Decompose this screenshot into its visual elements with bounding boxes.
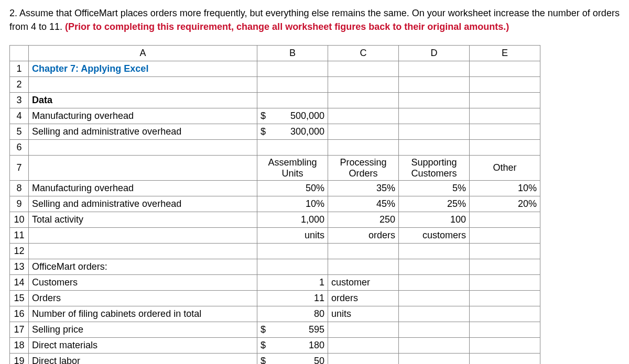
cell-B8[interactable]: 50% <box>257 181 328 196</box>
cell-D5[interactable] <box>399 124 470 140</box>
cell-E17[interactable] <box>470 322 540 338</box>
cell-B10[interactable]: 1,000 <box>257 212 328 228</box>
cell-C4[interactable] <box>328 108 399 124</box>
cell-E8[interactable]: 10% <box>470 181 540 196</box>
cell-A14[interactable]: Customers <box>29 275 257 291</box>
cell-A15[interactable]: Orders <box>29 291 257 306</box>
cell-D14[interactable] <box>399 275 470 291</box>
cell-E18[interactable] <box>470 338 540 354</box>
cell-C8[interactable]: 35% <box>328 181 399 196</box>
cell-B9[interactable]: 10% <box>257 196 328 212</box>
cell-D19[interactable] <box>399 354 470 364</box>
cell-C15[interactable]: orders <box>328 291 399 306</box>
cell-C1[interactable] <box>328 61 399 77</box>
cell-B17-val[interactable]: 595 <box>273 322 328 338</box>
cell-C6[interactable] <box>328 140 399 156</box>
cell-D2[interactable] <box>399 77 470 93</box>
cell-B18-cur[interactable]: $ <box>257 338 273 354</box>
cell-E14[interactable] <box>470 275 540 291</box>
cell-C3[interactable] <box>328 93 399 108</box>
cell-B14[interactable]: 1 <box>257 275 328 291</box>
cell-D9[interactable]: 25% <box>399 196 470 212</box>
cell-E16[interactable] <box>470 306 540 322</box>
cell-B19-cur[interactable]: $ <box>257 354 273 364</box>
cell-D16[interactable] <box>399 306 470 322</box>
cell-A4[interactable]: Manufacturing overhead <box>29 108 257 124</box>
cell-E5[interactable] <box>470 124 540 140</box>
cell-B1[interactable] <box>257 61 328 77</box>
cell-E13[interactable] <box>470 259 540 275</box>
cell-B17-cur[interactable]: $ <box>257 322 273 338</box>
cell-D6[interactable] <box>399 140 470 156</box>
cell-D13[interactable] <box>399 259 470 275</box>
cell-A19[interactable]: Direct labor <box>29 354 257 364</box>
cell-A18[interactable]: Direct materials <box>29 338 257 354</box>
cell-E1[interactable] <box>470 61 540 77</box>
cell-D7[interactable]: Supporting Customers <box>399 156 470 181</box>
cell-C19[interactable] <box>328 354 399 364</box>
cell-E2[interactable] <box>470 77 540 93</box>
cell-B16[interactable]: 80 <box>257 306 328 322</box>
cell-C9[interactable]: 45% <box>328 196 399 212</box>
cell-D11[interactable]: customers <box>399 228 470 244</box>
cell-C12[interactable] <box>328 244 399 259</box>
cell-A10[interactable]: Total activity <box>29 212 257 228</box>
cell-A6[interactable] <box>29 140 257 156</box>
cell-E6[interactable] <box>470 140 540 156</box>
cell-C7[interactable]: Processing Orders <box>328 156 399 181</box>
cell-D3[interactable] <box>399 93 470 108</box>
cell-C2[interactable] <box>328 77 399 93</box>
cell-D17[interactable] <box>399 322 470 338</box>
cell-B13[interactable] <box>257 259 328 275</box>
cell-A1[interactable]: Chapter 7: Applying Excel <box>29 61 257 77</box>
cell-C17[interactable] <box>328 322 399 338</box>
cell-A17[interactable]: Selling price <box>29 322 257 338</box>
cell-B5-cur[interactable]: $ <box>257 124 273 140</box>
cell-E9[interactable]: 20% <box>470 196 540 212</box>
cell-C18[interactable] <box>328 338 399 354</box>
cell-C10[interactable]: 250 <box>328 212 399 228</box>
cell-B19-val[interactable]: 50 <box>273 354 328 364</box>
cell-B5-val[interactable]: 300,000 <box>273 124 328 140</box>
cell-E3[interactable] <box>470 93 540 108</box>
cell-D15[interactable] <box>399 291 470 306</box>
cell-A5[interactable]: Selling and administrative overhead <box>29 124 257 140</box>
cell-B18-val[interactable]: 180 <box>273 338 328 354</box>
cell-E4[interactable] <box>470 108 540 124</box>
cell-C11[interactable]: orders <box>328 228 399 244</box>
cell-E15[interactable] <box>470 291 540 306</box>
cell-B2[interactable] <box>257 77 328 93</box>
cell-E7[interactable]: Other <box>470 156 540 181</box>
cell-D12[interactable] <box>399 244 470 259</box>
cell-C14[interactable]: customer <box>328 275 399 291</box>
cell-A9[interactable]: Selling and administrative overhead <box>29 196 257 212</box>
cell-E11[interactable] <box>470 228 540 244</box>
cell-A3[interactable]: Data <box>29 93 257 108</box>
cell-C16[interactable]: units <box>328 306 399 322</box>
cell-E12[interactable] <box>470 244 540 259</box>
cell-A16[interactable]: Number of filing cabinets ordered in tot… <box>29 306 257 322</box>
cell-C13[interactable] <box>328 259 399 275</box>
cell-B3[interactable] <box>257 93 328 108</box>
cell-D4[interactable] <box>399 108 470 124</box>
cell-E19[interactable] <box>470 354 540 364</box>
cell-B11[interactable]: units <box>257 228 328 244</box>
cell-D8[interactable]: 5% <box>399 181 470 196</box>
cell-D1[interactable] <box>399 61 470 77</box>
cell-D10[interactable]: 100 <box>399 212 470 228</box>
cell-A7[interactable] <box>29 156 257 181</box>
cell-A12[interactable] <box>29 244 257 259</box>
cell-C5[interactable] <box>328 124 399 140</box>
cell-A2[interactable] <box>29 77 257 93</box>
cell-B7[interactable]: Assembling Units <box>257 156 328 181</box>
cell-B4-val[interactable]: 500,000 <box>273 108 328 124</box>
cell-B6[interactable] <box>257 140 328 156</box>
cell-B15[interactable]: 11 <box>257 291 328 306</box>
cell-B12[interactable] <box>257 244 328 259</box>
cell-E10[interactable] <box>470 212 540 228</box>
cell-A13[interactable]: OfficeMart orders: <box>29 259 257 275</box>
cell-B4-cur[interactable]: $ <box>257 108 273 124</box>
cell-A11[interactable] <box>29 228 257 244</box>
cell-D18[interactable] <box>399 338 470 354</box>
cell-A8[interactable]: Manufacturing overhead <box>29 181 257 196</box>
